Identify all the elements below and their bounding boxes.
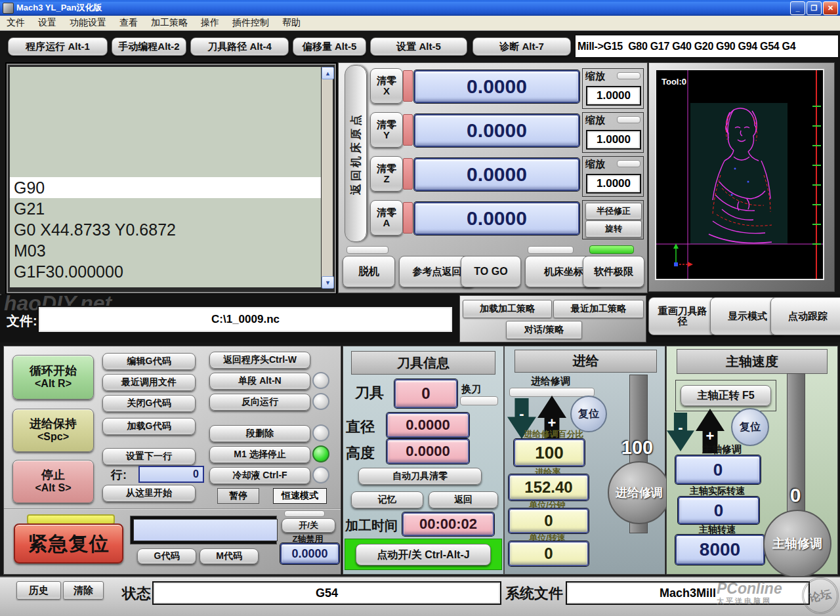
tab-program-run[interactable]: 程序运行 Alt-1 — [8, 37, 108, 56]
load-wizard-button[interactable]: 加载加工策略 — [463, 300, 552, 318]
emergency-reset-button[interactable]: 紧急复位 — [14, 524, 123, 564]
gcode-current-line[interactable]: G90 — [10, 177, 321, 198]
line-number-dro[interactable]: 0 — [138, 466, 204, 483]
tab-toolpath[interactable]: 刀具路径 Alt-4 — [190, 37, 289, 56]
regen-toolpath-button[interactable]: 重画刀具路径 — [648, 297, 717, 335]
edit-gcode-button[interactable]: 编辑G代码 — [102, 353, 196, 370]
return-button[interactable]: 返回 — [429, 491, 498, 508]
feed-override-label: 进给修调 — [531, 375, 570, 388]
history-button[interactable]: 历史 — [16, 581, 61, 600]
dro-z-value[interactable]: 0.0000 — [414, 158, 579, 191]
feed-per-rev-dro[interactable]: 0 — [509, 541, 589, 566]
menu-function[interactable]: 功能设置 — [63, 17, 113, 29]
tab-settings[interactable]: 设置 Alt-5 — [370, 37, 467, 56]
menu-config[interactable]: 设置 — [32, 17, 63, 29]
recent-wizard-button[interactable]: 最近加工策略 — [553, 300, 644, 318]
tool-number-dro[interactable]: 0 — [394, 379, 457, 408]
tab-mdi[interactable]: 手动编程Alt-2 — [112, 37, 186, 56]
feed-reset-button[interactable]: 复位 — [570, 396, 607, 432]
feed-rate-dro[interactable]: 152.40 — [509, 474, 589, 501]
tab-diagnostics[interactable]: 诊断 Alt-7 — [472, 37, 571, 56]
rotate-button[interactable]: 旋转 — [585, 220, 642, 237]
watermark-pconline: PConline 太平洋电脑网 — [717, 580, 782, 606]
mcode-list-button[interactable]: M代码 — [200, 548, 259, 564]
remember-button[interactable]: 记忆 — [351, 491, 423, 508]
zero-z-button[interactable]: 清零Z — [370, 156, 403, 192]
loaded-file-path[interactable]: C:\1_0009.nc — [37, 306, 453, 333]
toolpath-display[interactable]: Tool:0 — [655, 69, 824, 280]
menu-file[interactable]: 文件 — [0, 17, 32, 29]
restore-button[interactable]: ❐ — [807, 1, 822, 15]
menu-help[interactable]: 帮助 — [276, 17, 307, 29]
menu-view[interactable]: 查看 — [113, 17, 144, 29]
load-gcode-button[interactable]: 加载G代码 — [102, 418, 196, 435]
z-inhibit-toggle-button[interactable]: 开/关 — [282, 518, 335, 533]
reverse-run-button[interactable]: 反向运行 — [209, 394, 310, 411]
jog-toggle-button[interactable]: 点动开/关 Ctrl-Alt-J — [356, 544, 491, 565]
recent-file-button[interactable]: 最近调用文件 — [102, 374, 196, 391]
elapsed-time-dro[interactable]: 00:00:02 — [402, 512, 494, 536]
cv-mode-button[interactable]: 恒速模式 — [273, 488, 327, 504]
gcode-line[interactable]: G21 — [10, 198, 321, 219]
scale-y-group: 缩放 1.0000 — [582, 112, 644, 153]
cycle-start-button[interactable]: 循环开始<Alt R> — [12, 355, 94, 400]
tool-height-dro[interactable]: 0.0000 — [387, 439, 469, 464]
mdi-input[interactable] — [133, 519, 278, 541]
gcode-display[interactable]: G90 G21 G0 X44.8733 Y0.6872 M03 G1F30.00… — [10, 67, 321, 287]
scale-z-value[interactable]: 1.0000 — [586, 174, 641, 194]
offline-button[interactable]: 脱机 — [343, 256, 395, 287]
close-button[interactable]: ✕ — [823, 1, 838, 15]
menu-wizards[interactable]: 加工策略 — [144, 17, 194, 29]
scroll-down-icon[interactable]: ▼ — [322, 276, 334, 289]
zero-y-button[interactable]: 清零Y — [370, 112, 403, 148]
tool-dia-dro[interactable]: 0.0000 — [387, 413, 469, 438]
pause-button[interactable]: 暂停 — [217, 488, 259, 504]
radius-correct-button[interactable]: 半径修正 — [585, 203, 642, 220]
feed-hold-button[interactable]: 进给保持<Spc> — [12, 409, 94, 452]
scroll-up-icon[interactable]: ▲ — [322, 67, 334, 79]
conversational-button[interactable]: 对话/策略 — [506, 321, 582, 339]
tab-offsets[interactable]: 偏移量 Alt-5 — [293, 37, 366, 56]
feed-per-min-dro[interactable]: 0 — [509, 508, 589, 533]
stop-button[interactable]: 停止<Alt S> — [12, 460, 94, 503]
gcode-line[interactable]: G1F30.000000 — [10, 261, 321, 282]
spindle-override-dro[interactable]: 0 — [675, 455, 761, 484]
set-next-line-button[interactable]: 设置下一行 — [102, 448, 196, 465]
spindle-actual-dro[interactable]: 0 — [678, 497, 759, 524]
soft-limits-button[interactable]: 软件极限 — [583, 256, 644, 287]
dro-y-value[interactable]: 0.0000 — [414, 114, 579, 147]
menu-plugin[interactable]: 插件控制 — [226, 17, 276, 29]
menu-operator[interactable]: 操作 — [194, 17, 226, 29]
m1-optional-stop-button[interactable]: M1 选择停止 — [209, 446, 310, 463]
minimize-button[interactable]: _ — [790, 1, 805, 15]
scale-y-value[interactable]: 1.0000 — [586, 130, 641, 150]
block-delete-button[interactable]: 段删除 — [209, 425, 310, 442]
toolpath-frame: Tool:0 — [648, 62, 835, 292]
coolant-button[interactable]: 冷却液 Ctrl-F — [209, 467, 310, 484]
feed-override-knob[interactable]: 进给修调 — [608, 461, 671, 524]
single-block-button[interactable]: 单段 Alt-N — [209, 373, 310, 390]
gcode-scrollbar[interactable]: ▲ ▼ — [322, 67, 333, 287]
rewind-button[interactable]: 返回程序头Ctrl-W — [209, 352, 310, 369]
close-gcode-button[interactable]: 关闭G代码 — [102, 395, 196, 412]
auto-tool-zero-button[interactable]: 自动刀具清零 — [358, 468, 482, 485]
gcode-line[interactable]: G0 X44.8733 Y0.6872 — [10, 219, 321, 240]
spindle-reset-button[interactable]: 复位 — [731, 408, 769, 446]
z-inhibit-dro[interactable]: 0.0000 — [280, 543, 339, 564]
scale-x-value[interactable]: 1.0000 — [586, 86, 641, 106]
ref-all-home-button[interactable]: 返回机床原点 — [345, 66, 366, 242]
to-go-button[interactable]: TO GO — [461, 256, 521, 287]
jog-follow-button[interactable]: 点动跟踪 — [770, 297, 840, 335]
gcode-list-button[interactable]: G代码 — [137, 548, 196, 564]
dro-x-value[interactable]: 0.0000 — [414, 70, 579, 103]
clear-status-button[interactable]: 清除 — [63, 581, 104, 600]
feed-pct-dro[interactable]: 100 — [514, 439, 585, 466]
zero-x-button[interactable]: 清零X — [370, 68, 403, 104]
spindle-override-knob[interactable]: 主轴修调 — [763, 510, 831, 578]
spindle-fwd-button[interactable]: 主轴正转 F5 — [681, 385, 771, 406]
run-from-here-button[interactable]: 从这里开始 — [102, 485, 196, 502]
dro-a-value[interactable]: 0.0000 — [414, 202, 579, 235]
gcode-line[interactable]: M03 — [10, 240, 321, 261]
zero-a-button[interactable]: 清零A — [370, 200, 403, 236]
spindle-rpm-dro[interactable]: 8000 — [675, 535, 765, 565]
